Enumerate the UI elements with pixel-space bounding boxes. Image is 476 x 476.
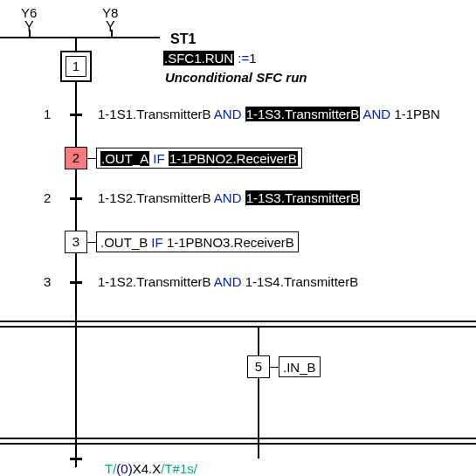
simultaneous-join-bottom <box>0 443 476 445</box>
sfc-run-comment: Unconditional SFC run <box>165 70 307 85</box>
action-link <box>87 158 96 159</box>
sfc-trunk <box>75 38 77 331</box>
step-3-action[interactable]: .OUT_B IF 1-1PBNO3.ReceiverB <box>96 231 299 252</box>
transition-2-label: 2 <box>44 190 51 205</box>
rail-stub <box>29 30 31 37</box>
transition-1-bar[interactable] <box>70 114 82 116</box>
transition-bottom-bar[interactable] <box>70 458 82 460</box>
transition-3-bar[interactable] <box>70 281 82 284</box>
sfc-run-command: .SFC1.RUN :=1 <box>163 51 257 66</box>
action-link <box>87 242 96 243</box>
transition-2-expression: 1-1S2.TransmitterB AND 1-1S3.Transmitter… <box>98 190 360 205</box>
rail-stub <box>111 30 113 37</box>
axis-label-y8: Y8 <box>102 5 118 20</box>
bottom-timer-expression: T/(0)X4.X/T#1s/ <box>105 461 197 476</box>
transition-3-expression: 1-1S2.TransmitterB AND 1-1S4.Transmitter… <box>98 274 358 289</box>
sfc-diagram: Y6 Y8 Y Y 1 ST1 .SFC1.RUN :=1 Unconditio… <box>0 0 476 476</box>
branch-left-vline <box>75 328 77 467</box>
step-5[interactable]: 5 <box>247 355 270 378</box>
simultaneous-bar-top <box>0 321 476 322</box>
program-title: ST1 <box>170 31 196 47</box>
cmd-target: .SFC1.RUN <box>163 51 234 66</box>
step-5-action[interactable]: .IN_B <box>279 356 321 377</box>
step-2[interactable]: 2 <box>65 147 87 169</box>
top-rail <box>0 37 160 38</box>
transition-2-bar[interactable] <box>70 197 82 200</box>
simultaneous-bar-bottom <box>0 326 476 328</box>
action-link <box>270 367 279 368</box>
step-2-action[interactable]: .OUT_A IF 1-1PBNO2.ReceiverB <box>96 148 302 169</box>
transition-1-expression: 1-1S1.TransmitterB AND 1-1S3.Transmitter… <box>98 107 440 121</box>
transition-1-label: 1 <box>44 107 51 121</box>
step-3[interactable]: 3 <box>65 231 87 253</box>
step-1-number: 1 <box>66 56 86 77</box>
axis-label-y6: Y6 <box>21 5 37 20</box>
simultaneous-join-top <box>0 438 476 439</box>
transition-3-label: 3 <box>44 274 51 289</box>
